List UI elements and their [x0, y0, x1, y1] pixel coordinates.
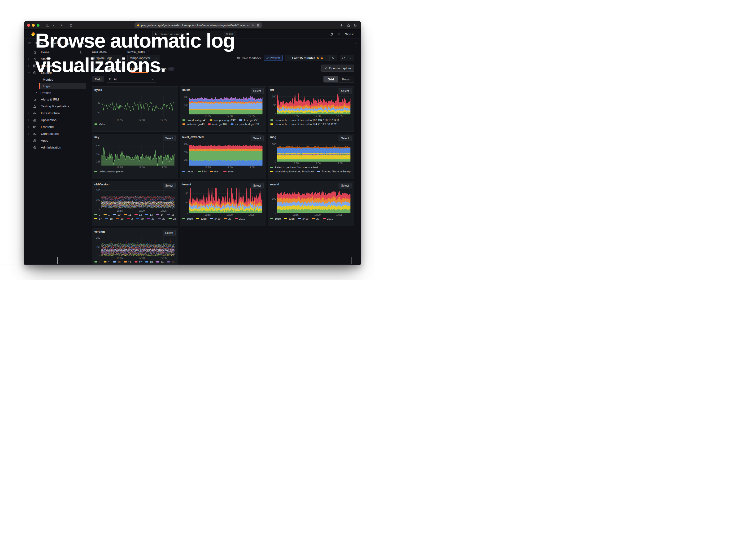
legend-item[interactable]: broadcast.go:48: [182, 119, 206, 121]
legend-item[interactable]: error: [224, 170, 234, 173]
legend-item[interactable]: 2919: [323, 217, 333, 220]
legend-item[interactable]: 29: [224, 217, 231, 220]
chevron-down-icon[interactable]: [28, 72, 33, 74]
legend-item[interactable]: 13: [145, 261, 153, 263]
chevron-right-icon[interactable]: [28, 119, 33, 121]
legend-item[interactable]: 20: [125, 265, 133, 265]
time-range-picker[interactable]: Last 15 minutes UTC: [285, 55, 337, 61]
sidebar-item-connections[interactable]: Connections: [24, 130, 86, 137]
view-toggle-rows[interactable]: Rows: [338, 76, 354, 82]
legend-item[interactable]: main.go:107: [208, 123, 227, 125]
legend-item[interactable]: 19: [116, 217, 124, 220]
tab-group-chevron-icon[interactable]: [51, 23, 55, 27]
chevron-right-icon[interactable]: [28, 140, 33, 142]
sidebar-item-infrastructure[interactable]: Infrastructure: [24, 110, 86, 117]
legend-item[interactable]: 1010: [270, 217, 281, 220]
legend-item[interactable]: 1218: [196, 217, 207, 220]
tab-overview-icon[interactable]: [354, 23, 358, 27]
select-button[interactable]: Select: [163, 136, 176, 141]
new-tab-icon[interactable]: [340, 23, 344, 27]
view-toggle-grid[interactable]: Grid: [324, 76, 338, 82]
legend-item[interactable]: 17: [94, 217, 102, 220]
legend-item[interactable]: 15: [167, 213, 174, 216]
legend-item[interactable]: Failed to get keys from memcached: [270, 166, 318, 169]
select-button[interactable]: Select: [338, 183, 352, 188]
refresh-picker[interactable]: [340, 55, 354, 61]
sidebar-item-frontend[interactable]: Frontend: [24, 123, 86, 130]
legend-item[interactable]: debug: [182, 170, 194, 173]
legend-item[interactable]: 0: [94, 213, 100, 216]
legend-item[interactable]: 20: [136, 217, 144, 220]
legend-item[interactable]: flush.go:253: [239, 119, 258, 121]
share-icon[interactable]: [347, 23, 351, 27]
sign-in-link[interactable]: Sign in: [345, 32, 354, 36]
legend-item[interactable]: 15: [167, 261, 174, 263]
select-button[interactable]: Select: [163, 230, 176, 236]
legend-item[interactable]: 13: [145, 213, 153, 216]
legend-item[interactable]: 24: [168, 265, 176, 265]
zoom-out-button[interactable]: [330, 55, 337, 61]
legend-item[interactable]: 21: [136, 265, 144, 265]
legend-item[interactable]: memcache: connect timeout to 162.134.158…: [270, 119, 339, 121]
legend-item[interactable]: collectors/compactor: [94, 170, 124, 173]
reader-ellipsis-icon[interactable]: [256, 23, 260, 27]
legend-item[interactable]: 2: [116, 265, 122, 265]
chevron-right-icon[interactable]: [28, 105, 33, 108]
legend-item[interactable]: 19: [105, 265, 113, 265]
refresh-button[interactable]: [340, 55, 347, 61]
chevron-right-icon[interactable]: [28, 112, 33, 114]
select-button[interactable]: Select: [251, 88, 264, 94]
legend-item[interactable]: warn: [210, 170, 220, 173]
sidebar-item-testing-synthetics[interactable]: Testing & synthetics: [24, 103, 86, 110]
sidebar-item-application[interactable]: Application: [24, 117, 86, 123]
chevron-right-icon[interactable]: [28, 98, 33, 101]
select-button[interactable]: Select: [338, 88, 352, 94]
legend-item[interactable]: 21: [147, 217, 155, 220]
legend-item[interactable]: info: [197, 170, 207, 173]
legend-item[interactable]: 2419: [210, 217, 220, 220]
legend-item[interactable]: 11: [124, 261, 131, 263]
legend-item[interactable]: compactor.go:242: [209, 119, 235, 121]
legend-item[interactable]: 1218: [284, 217, 295, 220]
sidebar-item-administration[interactable]: Administration: [24, 144, 86, 151]
chevron-right-icon[interactable]: [28, 58, 33, 60]
legend-item[interactable]: 22: [158, 217, 165, 220]
legend-item[interactable]: 14: [156, 213, 164, 216]
help-icon[interactable]: [329, 32, 333, 36]
legend-item[interactable]: memcached.go:153: [231, 123, 259, 125]
legend-item[interactable]: 11: [124, 213, 131, 216]
chevron-right-icon[interactable]: [28, 133, 33, 135]
legend-item[interactable]: Value: [94, 123, 106, 125]
legend-item[interactable]: 1010: [182, 217, 193, 220]
legend-item[interactable]: 18: [105, 217, 113, 220]
legend-item[interactable]: 10: [113, 261, 121, 263]
minimize-window-button[interactable]: [32, 24, 35, 27]
legend-item[interactable]: memcache: connect timeout to 174.213.22.…: [270, 123, 338, 125]
select-button[interactable]: Select: [338, 136, 352, 141]
legend-item[interactable]: 10: [113, 213, 121, 216]
sidebar-item-profiles[interactable]: Profiles: [33, 89, 78, 96]
chevron-right-icon[interactable]: [28, 126, 33, 128]
legend-item[interactable]: 23: [168, 217, 176, 220]
legend-item[interactable]: 29: [312, 217, 320, 220]
legend-item[interactable]: 12: [135, 261, 142, 263]
chevron-right-icon[interactable]: [28, 65, 33, 67]
select-button[interactable]: Select: [251, 183, 264, 188]
address-bar[interactable]: play.grafana.org/a/grafana-lokiexplore-a…: [135, 22, 262, 28]
sidebar-item-apps[interactable]: Apps: [24, 137, 86, 144]
back-icon[interactable]: [60, 23, 64, 27]
select-button[interactable]: Select: [163, 183, 176, 188]
legend-item[interactable]: 23: [158, 265, 165, 265]
legend-item[interactable]: 1: [103, 213, 110, 216]
legend-item[interactable]: 2919: [235, 217, 246, 220]
chevron-right-icon[interactable]: [33, 92, 40, 94]
legend-item[interactable]: 14: [156, 261, 164, 263]
chevron-up-icon[interactable]: [354, 42, 357, 44]
legend-item[interactable]: Invalidating forwarded broadcast: [270, 170, 314, 173]
legend-item[interactable]: 1: [103, 261, 110, 263]
legend-item[interactable]: 22: [147, 265, 155, 265]
legend-item[interactable]: 12: [135, 213, 142, 216]
refresh-interval-dropdown[interactable]: [347, 55, 354, 61]
legend-item[interactable]: 18: [94, 265, 102, 265]
sidebar-item-alerts-irm[interactable]: Alerts & IRM: [24, 96, 86, 103]
